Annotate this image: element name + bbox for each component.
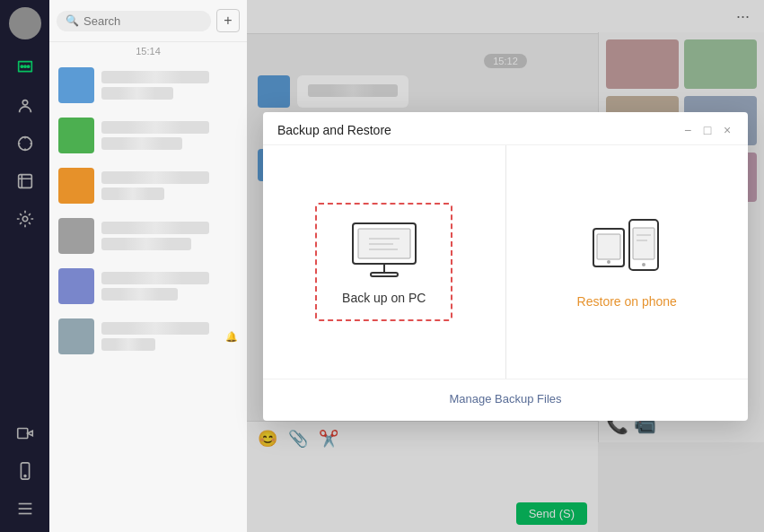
add-button[interactable]: +: [216, 9, 240, 32]
modal-body: Back up on PC: [263, 145, 748, 379]
chat-info: [101, 69, 238, 101]
chat-info: [101, 119, 238, 152]
pc-icon: [344, 219, 425, 282]
list-item[interactable]: [49, 161, 247, 211]
chat-name: [101, 322, 209, 335]
list-item[interactable]: [49, 211, 247, 261]
backup-restore-modal: Backup and Restore − □ ×: [263, 112, 748, 421]
sidebar-item-chat[interactable]: [9, 52, 41, 84]
backup-label: Back up on PC: [342, 291, 426, 305]
restore-option[interactable]: Restore on phone: [506, 145, 749, 379]
modal-title: Backup and Restore: [277, 123, 391, 137]
sidebar-item-settings[interactable]: [9, 203, 41, 235]
chat-list-panel: 🔍 + 15:14: [49, 0, 247, 532]
avatar: [58, 268, 94, 304]
modal-maximize-button[interactable]: □: [701, 124, 714, 136]
svg-point-1: [23, 65, 25, 67]
sidebar-item-files[interactable]: [9, 165, 41, 197]
restore-label: Restore on phone: [577, 294, 677, 309]
sidebar-item-phone[interactable]: [9, 417, 41, 449]
time-divider: 15:14: [49, 42, 247, 60]
search-icon: 🔍: [66, 14, 79, 27]
avatar: [58, 318, 94, 354]
modal-titlebar: Backup and Restore − □ ×: [263, 112, 748, 145]
chat-name: [101, 272, 209, 284]
svg-point-4: [18, 137, 31, 151]
svg-point-27: [607, 260, 610, 264]
avatar: [58, 218, 94, 254]
svg-point-6: [22, 216, 28, 222]
modal-close-button[interactable]: ×: [721, 124, 733, 136]
svg-rect-26: [597, 234, 620, 259]
chat-name: [101, 171, 209, 184]
chat-msg: [101, 188, 164, 200]
phone-icon: [586, 215, 667, 278]
list-item[interactable]: [49, 60, 247, 110]
chat-msg: [101, 288, 178, 301]
user-avatar[interactable]: [9, 7, 41, 39]
search-bar: 🔍 +: [49, 0, 247, 42]
avatar: [58, 67, 94, 103]
chat-name: [101, 121, 209, 134]
chat-msg: [101, 338, 155, 351]
modal-overlay: Backup and Restore − □ ×: [247, 0, 764, 532]
list-item[interactable]: 🔔: [49, 311, 247, 362]
chat-name: [101, 222, 209, 234]
chat-info: [101, 220, 238, 252]
svg-rect-16: [371, 273, 398, 276]
manage-backup-link[interactable]: Manage Backup Files: [449, 392, 561, 406]
sidebar-item-mobile[interactable]: [9, 455, 41, 487]
list-item[interactable]: [49, 261, 247, 311]
modal-controls: − □ ×: [681, 124, 733, 136]
modal-minimize-button[interactable]: −: [681, 124, 694, 136]
search-input[interactable]: [83, 14, 202, 28]
backup-dashed-box[interactable]: Back up on PC: [315, 203, 452, 321]
chat-msg: [101, 87, 173, 100]
avatar: [58, 118, 94, 153]
modal-footer: Manage Backup Files: [263, 379, 748, 421]
backup-option: Back up on PC: [263, 145, 506, 379]
sidebar-item-discover[interactable]: [9, 127, 41, 160]
list-item[interactable]: [49, 110, 247, 161]
svg-point-2: [27, 65, 29, 67]
svg-rect-5: [18, 175, 31, 188]
svg-point-0: [21, 65, 22, 67]
chat-msg: [101, 137, 182, 150]
avatar: [58, 168, 94, 204]
chat-info: [101, 170, 238, 202]
svg-point-3: [22, 100, 28, 106]
chat-msg: [101, 238, 191, 250]
chat-name: [101, 71, 209, 83]
mute-icon: 🔔: [225, 331, 238, 343]
svg-point-9: [24, 475, 26, 477]
sidebar-item-menu[interactable]: [9, 493, 41, 525]
search-input-wrap[interactable]: 🔍: [57, 11, 211, 31]
chat-info: [101, 320, 218, 353]
chat-info: [101, 270, 238, 302]
svg-rect-21: [633, 228, 654, 259]
sidebar: [0, 0, 49, 532]
chat-main-area: ··· 15:12: [247, 0, 764, 532]
sidebar-item-contacts[interactable]: [9, 90, 41, 122]
svg-point-22: [642, 263, 645, 266]
